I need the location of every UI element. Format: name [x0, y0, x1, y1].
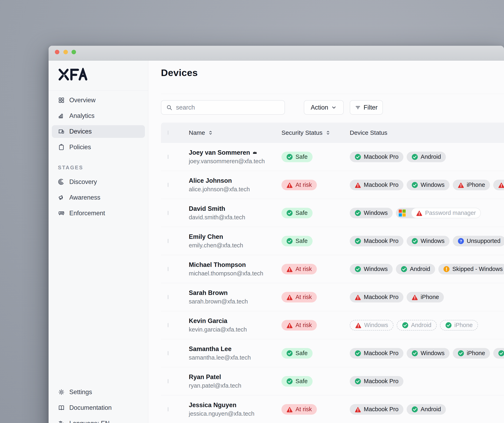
security-status-badge: Safe: [282, 376, 312, 387]
sidebar-item-label: Language: EN: [69, 420, 109, 423]
sidebar-item-analytics[interactable]: Analytics: [52, 109, 145, 122]
table-header-row: Name Security Status Device Status: [161, 123, 504, 143]
user-name: David Smith: [189, 205, 282, 212]
minimize-window-button[interactable]: [63, 50, 68, 54]
row-checkbox[interactable]: [168, 267, 168, 271]
table-row[interactable]: Alice Johnsonalice.johnson@xfa.techAt ri…: [161, 171, 504, 199]
device-status-label: Macbook Pro: [364, 350, 399, 357]
devices-table: Name Security Status Device Status Joey …: [161, 123, 504, 423]
security-status-label: Safe: [295, 378, 308, 385]
row-checkbox[interactable]: [168, 211, 168, 215]
check-circle-icon: [412, 182, 418, 188]
sidebar-item-label: Discovery: [69, 178, 97, 186]
sort-icon[interactable]: [325, 130, 331, 135]
device-status-label: Macbook Pro: [364, 378, 399, 385]
device-status-label: Password manager: [425, 210, 476, 216]
question-circle-icon: ?: [458, 238, 464, 244]
row-checkbox[interactable]: [168, 183, 168, 187]
table-row[interactable]: Sarah Brownsarah.brown@xfa.techAt riskMa…: [161, 283, 504, 311]
sidebar-item-devices[interactable]: Devices: [52, 125, 145, 138]
device-status-label: Android: [421, 406, 441, 413]
device-status-label: Macbook Pro: [364, 238, 399, 244]
user-email: joey.vansommeren@xfa.tech: [189, 158, 282, 165]
user-name: Michael Thompson: [189, 261, 282, 269]
row-checkbox[interactable]: [168, 239, 168, 243]
security-status-badge: At risk: [282, 292, 317, 302]
check-circle-icon: [412, 350, 418, 357]
sidebar-item-overview[interactable]: Overview: [52, 94, 145, 107]
security-status-label: At risk: [295, 266, 312, 272]
warning-triangle-icon: [286, 182, 293, 188]
security-status-label: Safe: [295, 210, 308, 216]
gear-icon: [58, 389, 65, 396]
device-status-label: Macbook Pro: [364, 153, 399, 160]
column-header-security-status[interactable]: Security Status: [282, 129, 350, 136]
sort-icon[interactable]: [208, 130, 213, 135]
row-checkbox[interactable]: [168, 323, 168, 327]
sidebar-item-label: Documentation: [69, 404, 112, 411]
warning-triangle-icon: [286, 406, 293, 413]
table-row[interactable]: Ryan Patelryan.patel@xfa.techSafeMacbook…: [161, 367, 504, 395]
close-window-button[interactable]: [55, 50, 59, 54]
device-status-badge: Windows: [350, 320, 393, 331]
table-row[interactable]: Jessica Nguyenjessica.nguyen@xfa.techAt …: [161, 395, 504, 423]
security-status-badge: At risk: [282, 264, 317, 274]
check-circle-icon: [355, 350, 361, 357]
row-checkbox[interactable]: [168, 379, 168, 383]
table-row[interactable]: Samantha Leesamantha.lee@xfa.techSafeMac…: [161, 339, 504, 367]
sidebar-divider: [48, 90, 148, 91]
device-status-badge: Android: [493, 348, 504, 359]
row-checkbox[interactable]: [168, 295, 168, 299]
check-circle-icon: [286, 154, 293, 160]
sidebar-item-policies[interactable]: Policies: [52, 141, 145, 153]
filter-button-label: Filter: [364, 104, 378, 111]
search-icon: [166, 104, 172, 111]
warning-triangle-icon: [458, 182, 464, 188]
search-input[interactable]: [176, 104, 280, 111]
warning-triangle-icon: [416, 210, 422, 216]
sidebar: OverviewAnalyticsDevicesPolicies STAGES …: [48, 60, 148, 423]
table-row[interactable]: David Smithdavid.smith@xfa.techSafeWindo…: [161, 199, 504, 227]
sidebar-item-language-en[interactable]: Language: EN: [52, 417, 145, 423]
check-circle-icon: [355, 210, 361, 216]
titlebar: [48, 46, 504, 60]
warning-triangle-icon: [286, 294, 293, 300]
device-status-badge: Android: [396, 264, 435, 274]
security-status-badge: At risk: [282, 320, 317, 331]
toolbar: Action Filter: [161, 100, 504, 115]
user-name: Emily Chen: [189, 233, 282, 241]
table-row[interactable]: Emily Chenemily.chen@xfa.techSafeMacbook…: [161, 227, 504, 255]
sidebar-item-awareness[interactable]: Awareness: [52, 191, 145, 204]
device-status-label: iPhone: [421, 294, 439, 300]
sidebar-item-discovery[interactable]: Discovery: [52, 176, 145, 188]
user-email: kevin.garcia@xfa.tech: [189, 326, 282, 333]
maximize-window-button[interactable]: [72, 50, 76, 54]
sidebar-item-label: Settings: [69, 388, 92, 396]
sidebar-item-settings[interactable]: Settings: [52, 386, 145, 399]
row-checkbox[interactable]: [168, 155, 168, 159]
book-icon: [58, 404, 65, 411]
device-status-label: Windows: [364, 210, 388, 216]
action-button[interactable]: Action: [304, 100, 344, 115]
check-circle-icon: [412, 406, 418, 413]
warning-triangle-icon: [355, 182, 361, 188]
row-checkbox[interactable]: [168, 351, 168, 355]
warning-triangle-icon: [355, 406, 361, 413]
sidebar-item-enforcement[interactable]: Enforcement: [52, 207, 145, 219]
user-name: Samantha Lee: [189, 345, 282, 353]
device-status-label: Windows: [421, 181, 445, 188]
password-manager-warning: Password manager: [411, 208, 481, 218]
select-all-checkbox[interactable]: [168, 131, 168, 135]
filter-button[interactable]: Filter: [350, 100, 383, 115]
table-row[interactable]: Joey van Sommerenjoey.vansommeren@xfa.te…: [161, 143, 504, 171]
filter-icon: [355, 105, 361, 110]
translate-icon: [58, 420, 65, 423]
table-row[interactable]: Michael Thompsonmichael.thompson@xfa.tec…: [161, 255, 504, 283]
security-status-label: Safe: [295, 238, 308, 244]
sidebar-item-documentation[interactable]: Documentation: [52, 401, 145, 414]
table-row[interactable]: Kevin Garciakevin.garcia@xfa.techAt risk…: [161, 311, 504, 339]
security-status-label: Safe: [295, 350, 308, 357]
column-header-name[interactable]: Name: [189, 129, 282, 136]
check-circle-icon: [355, 266, 361, 272]
row-checkbox[interactable]: [168, 407, 168, 411]
